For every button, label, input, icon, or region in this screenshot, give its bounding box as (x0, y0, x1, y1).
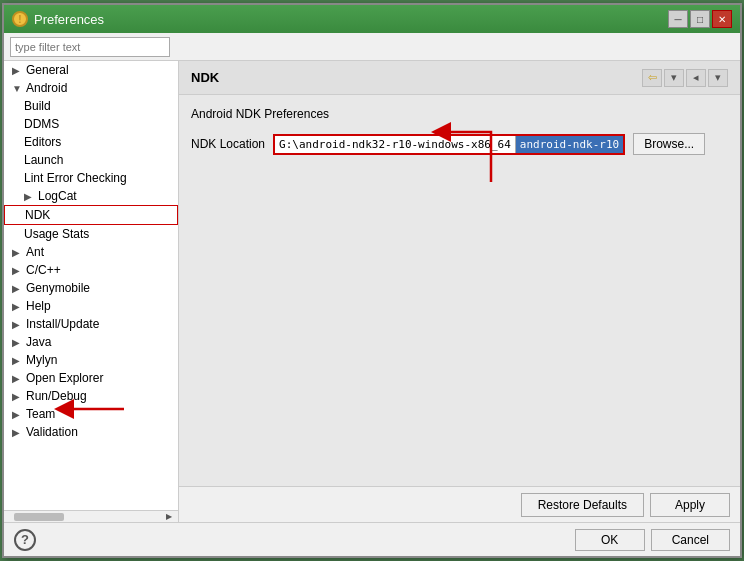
expand-icon: ▼ (12, 83, 22, 94)
sidebar-label-open-explorer: Open Explorer (26, 371, 103, 385)
sidebar-label-launch: Launch (24, 153, 63, 167)
sidebar-item-team[interactable]: ▶ Team (4, 405, 178, 423)
main-panel: NDK ⇦ ▾ ◂ ▾ Android NDK Preferences NDK … (179, 61, 740, 522)
scroll-right-arrow[interactable]: ▶ (166, 512, 176, 521)
expand-icon: ▶ (12, 65, 22, 76)
main-panel-title: NDK (191, 70, 219, 85)
nav-forward-icon[interactable]: ▾ (708, 69, 728, 87)
sidebar-item-run-debug[interactable]: ▶ Run/Debug (4, 387, 178, 405)
filter-input[interactable] (10, 37, 170, 57)
content-area: ▶ General ▼ Android Build DDMS Editors (4, 61, 740, 522)
expand-icon: ▶ (24, 191, 34, 202)
sidebar-scroll[interactable]: ▶ General ▼ Android Build DDMS Editors (4, 61, 178, 510)
expand-icon: ▶ (12, 373, 22, 384)
expand-icon: ▶ (12, 337, 22, 348)
sidebar: ▶ General ▼ Android Build DDMS Editors (4, 61, 179, 522)
sidebar-item-cpp[interactable]: ▶ C/C++ (4, 261, 178, 279)
titlebar-controls: ─ □ ✕ (668, 10, 732, 28)
titlebar: ! Preferences ─ □ ✕ (4, 5, 740, 33)
sidebar-item-general[interactable]: ▶ General (4, 61, 178, 79)
restore-defaults-button[interactable]: Restore Defaults (521, 493, 644, 517)
window-icon: ! (12, 11, 28, 27)
sidebar-item-ndk[interactable]: NDK (4, 205, 178, 225)
sidebar-label-cpp: C/C++ (26, 263, 61, 277)
sidebar-item-lint[interactable]: Lint Error Checking (4, 169, 178, 187)
sidebar-label-editors: Editors (24, 135, 61, 149)
nav-home-icon[interactable]: ⇦ (642, 69, 662, 87)
sidebar-label-help: Help (26, 299, 51, 313)
sidebar-item-logcat[interactable]: ▶ LogCat (4, 187, 178, 205)
sidebar-hscrollbar[interactable]: ▶ (4, 510, 178, 522)
sidebar-item-genymobile[interactable]: ▶ Genymobile (4, 279, 178, 297)
scrollbar-thumb[interactable] (14, 513, 64, 521)
main-header: NDK ⇦ ▾ ◂ ▾ (179, 61, 740, 95)
nav-back-icon[interactable]: ◂ (686, 69, 706, 87)
bottom-action-bar: Restore Defaults Apply (179, 486, 740, 522)
titlebar-left: ! Preferences (12, 11, 104, 27)
sidebar-label-lint: Lint Error Checking (24, 171, 127, 185)
expand-icon: ▶ (12, 355, 22, 366)
sidebar-item-install-update[interactable]: ▶ Install/Update (4, 315, 178, 333)
sidebar-label-ndk: NDK (25, 208, 50, 222)
footer-bar: ? OK Cancel (4, 522, 740, 556)
sidebar-item-mylyn[interactable]: ▶ Mylyn (4, 351, 178, 369)
expand-icon: ▶ (12, 265, 22, 276)
nav-dropdown-icon[interactable]: ▾ (664, 69, 684, 87)
sidebar-label-validation: Validation (26, 425, 78, 439)
ok-button[interactable]: OK (575, 529, 645, 551)
sidebar-item-android[interactable]: ▼ Android (4, 79, 178, 97)
sidebar-label-logcat: LogCat (38, 189, 77, 203)
nav-icons: ⇦ ▾ ◂ ▾ (642, 69, 728, 87)
sidebar-item-ddms[interactable]: DDMS (4, 115, 178, 133)
filter-toolbar (4, 33, 740, 61)
expand-icon: ▶ (12, 283, 22, 294)
apply-button[interactable]: Apply (650, 493, 730, 517)
sidebar-label-mylyn: Mylyn (26, 353, 57, 367)
expand-icon: ▶ (12, 247, 22, 258)
ndk-location-label: NDK Location (191, 137, 265, 151)
expand-icon: ▶ (12, 391, 22, 402)
sidebar-item-help[interactable]: ▶ Help (4, 297, 178, 315)
sidebar-label-genymobile: Genymobile (26, 281, 90, 295)
maximize-button[interactable]: □ (690, 10, 710, 28)
sidebar-label-general: General (26, 63, 69, 77)
minimize-button[interactable]: ─ (668, 10, 688, 28)
footer-left: ? (14, 529, 569, 551)
sidebar-label-run-debug: Run/Debug (26, 389, 87, 403)
sidebar-item-java[interactable]: ▶ Java (4, 333, 178, 351)
cancel-button[interactable]: Cancel (651, 529, 730, 551)
sidebar-label-install-update: Install/Update (26, 317, 99, 331)
expand-icon: ▶ (12, 319, 22, 330)
sidebar-item-open-explorer[interactable]: ▶ Open Explorer (4, 369, 178, 387)
sidebar-item-ant[interactable]: ▶ Ant (4, 243, 178, 261)
sidebar-label-ddms: DDMS (24, 117, 59, 131)
sidebar-label-usage-stats: Usage Stats (24, 227, 89, 241)
help-icon[interactable]: ? (14, 529, 36, 551)
preferences-window: ! Preferences ─ □ ✕ ▶ General ▼ (2, 3, 742, 558)
expand-icon: ▶ (12, 301, 22, 312)
sidebar-item-launch[interactable]: Launch (4, 151, 178, 169)
sidebar-item-usage-stats[interactable]: Usage Stats (4, 225, 178, 243)
browse-button[interactable]: Browse... (633, 133, 705, 155)
window-title: Preferences (34, 12, 104, 27)
sidebar-label-android: Android (26, 81, 67, 95)
expand-icon: ▶ (12, 409, 22, 420)
sidebar-label-team: Team (26, 407, 55, 421)
red-arrow-path (431, 112, 551, 192)
sidebar-label-ant: Ant (26, 245, 44, 259)
sidebar-label-build: Build (24, 99, 51, 113)
main-content: Android NDK Preferences NDK Location G:\… (179, 95, 740, 486)
sidebar-item-validation[interactable]: ▶ Validation (4, 423, 178, 441)
sidebar-item-editors[interactable]: Editors (4, 133, 178, 151)
close-button[interactable]: ✕ (712, 10, 732, 28)
sidebar-label-java: Java (26, 335, 51, 349)
expand-icon: ▶ (12, 427, 22, 438)
sidebar-item-build[interactable]: Build (4, 97, 178, 115)
